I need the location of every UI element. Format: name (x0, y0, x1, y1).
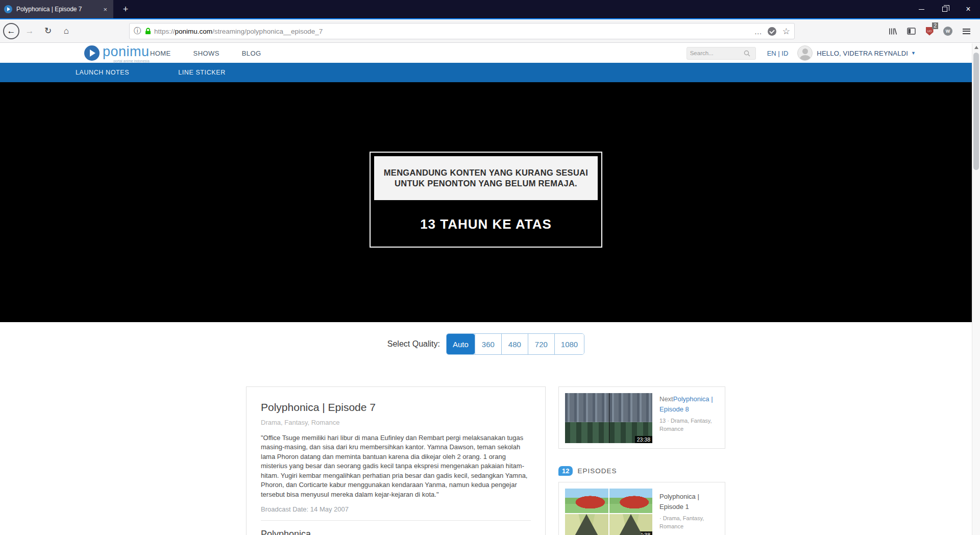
quality-1080-button[interactable]: 1080 (554, 334, 584, 354)
next-episode-meta: 13 · Drama, Fantasy, Romance (659, 417, 720, 433)
subnav-line-sticker[interactable]: LINE STICKER (178, 69, 226, 76)
secondary-nav: LAUNCH NOTES LINE STICKER (0, 63, 972, 82)
nav-buttons: ← → ↻ ⌂ (3, 23, 75, 39)
adblock-shield-icon[interactable]: UO 2 (922, 23, 937, 39)
extension-w-icon[interactable]: W (940, 23, 955, 39)
logo-play-icon (84, 45, 100, 61)
window-controls: × (910, 0, 980, 18)
urlbar-actions: … ☆ (754, 26, 790, 37)
menu-hamburger-icon[interactable] (959, 23, 974, 39)
next-episode-card[interactable]: 23:38 NextPolyphonica | Episode 8 13 · D… (558, 386, 725, 449)
quality-label: Select Quality: (387, 339, 440, 349)
episode-info-card: Polyphonica | Episode 7 Drama, Fantasy, … (246, 386, 546, 535)
video-player[interactable]: MENGANDUNG KONTEN YANG KURANG SESUAI UNT… (0, 82, 972, 322)
url-text[interactable]: https://ponimu.com/streaming/polyphonica… (154, 28, 754, 35)
broadcast-date: Broadcast Date: 14 May 2007 (261, 505, 531, 513)
screen: Polyphonica | Episode 7 × + × ← → ↻ ⌂ ⓘ … (0, 0, 980, 535)
browser-tab[interactable]: Polyphonica | Episode 7 × (0, 0, 113, 18)
episode-list-item[interactable]: 23:38 Polyphonica | Episode 1 · Drama, F… (565, 489, 719, 535)
quality-selector: Select Quality: Auto 360 480 720 1080 (0, 333, 972, 355)
quality-360-button[interactable]: 360 (475, 334, 501, 354)
series-title: Polyphonica (261, 529, 531, 535)
forward-button[interactable]: → (21, 23, 38, 39)
quality-button-group: Auto 360 480 720 1080 (446, 333, 584, 355)
url-scheme: https:// (154, 28, 175, 35)
episodes-header: 12 EPISODES (558, 466, 725, 476)
episode-genres: Drama, Fantasy, Romance (261, 419, 531, 426)
search-box[interactable] (687, 47, 756, 60)
new-tab-button[interactable]: + (117, 0, 134, 18)
episode-1-thumbnail[interactable]: 23:38 (565, 489, 652, 535)
age-rating-text: 13 TAHUN KE ATAS (374, 216, 598, 232)
divider (261, 520, 531, 521)
content-warning-box: MENGANDUNG KONTEN YANG KURANG SESUAI UNT… (370, 152, 602, 248)
minimize-button[interactable] (910, 0, 933, 18)
avatar[interactable] (797, 45, 813, 61)
pocket-icon[interactable] (768, 27, 776, 36)
nav-item-shows[interactable]: SHOWS (193, 50, 219, 57)
page-actions-icon[interactable]: … (754, 27, 763, 36)
logo-tagline: portal anime indonesia (103, 59, 150, 63)
search-icon (744, 50, 750, 57)
page-scrollbar[interactable] (972, 43, 980, 535)
restore-button[interactable] (933, 0, 957, 18)
sidebar: 23:38 NextPolyphonica | Episode 8 13 · D… (558, 386, 725, 535)
close-window-button[interactable]: × (957, 0, 980, 18)
restore-icon (942, 7, 947, 12)
scrollbar-up-arrow[interactable] (974, 46, 978, 49)
url-bar[interactable]: ⓘ https://ponimu.com/streaming/polyphoni… (129, 23, 795, 39)
search-input[interactable] (690, 50, 744, 56)
nav-item-home[interactable]: HOME (150, 50, 171, 57)
sidebar-toggle-icon[interactable] (903, 23, 919, 39)
subnav-launch-notes[interactable]: LAUNCH NOTES (76, 69, 129, 76)
shield-badge: 2 (932, 22, 938, 29)
page-info-icon[interactable]: ⓘ (134, 27, 141, 36)
tab-close-icon[interactable]: × (101, 6, 109, 13)
warning-line-1: MENGANDUNG KONTEN YANG KURANG SESUAI (384, 167, 588, 178)
tab-title: Polyphonica | Episode 7 (16, 6, 101, 13)
episodes-count-badge: 12 (558, 466, 573, 476)
home-button[interactable]: ⌂ (58, 23, 75, 39)
site-logo[interactable]: ponimu portal anime indonesia (84, 45, 150, 63)
episode-title: Polyphonica | Episode 7 (261, 401, 531, 414)
episode-synopsis: "Office Tsuge memiliki hari libur di man… (261, 433, 532, 499)
episode-1-meta: · Drama, Fantasy, Romance (659, 515, 719, 531)
site-header: ponimu portal anime indonesia HOME SHOWS… (0, 43, 972, 63)
reload-button[interactable]: ↻ (40, 23, 56, 39)
header-right: EN | ID HELLO, VIDETRA REYNALDI ▼ (687, 43, 972, 63)
episode-item-text: Polyphonica | Episode 1 · Drama, Fantasy… (659, 489, 719, 531)
browser-toolbar: ← → ↻ ⌂ ⓘ https://ponimu.com/streaming/p… (0, 19, 980, 43)
logo-text: ponimu (103, 45, 150, 59)
duration-badge: 23:38 (635, 436, 652, 443)
warning-line-2: UNTUK PENONTON YANG BELUM REMAJA. (395, 178, 577, 189)
next-episode-text: NextPolyphonica | Episode 8 13 · Drama, … (659, 393, 720, 433)
scrollbar-thumb[interactable] (973, 53, 979, 170)
url-path: /streaming/polyphonica__episode_7 (212, 28, 323, 35)
warning-panel: MENGANDUNG KONTEN YANG KURANG SESUAI UNT… (374, 156, 598, 200)
main-nav: HOME SHOWS BLOG (150, 43, 283, 63)
language-toggle[interactable]: EN | ID (767, 50, 789, 57)
site-favicon-icon (4, 5, 12, 13)
site-page: ponimu portal anime indonesia HOME SHOWS… (0, 43, 972, 535)
user-greeting[interactable]: HELLO, VIDETRA REYNALDI (817, 50, 908, 57)
quality-720-button[interactable]: 720 (528, 334, 554, 354)
episodes-label: EPISODES (577, 467, 617, 475)
next-episode-thumbnail[interactable]: 23:38 (565, 393, 652, 443)
episode-1-link[interactable]: Polyphonica | Episode 1 (659, 493, 699, 510)
back-button[interactable]: ← (3, 23, 19, 39)
quality-auto-button[interactable]: Auto (447, 334, 475, 354)
minimize-icon (919, 9, 924, 10)
padlock-icon (145, 28, 151, 35)
bookmark-star-icon[interactable]: ☆ (782, 26, 790, 37)
content-row: Polyphonica | Episode 7 Drama, Fantasy, … (0, 386, 972, 535)
url-domain: ponimu.com (175, 28, 213, 35)
nav-item-blog[interactable]: BLOG (242, 50, 261, 57)
library-icon[interactable] (885, 23, 900, 39)
episodes-list-card: 23:38 Polyphonica | Episode 1 · Drama, F… (558, 482, 725, 535)
browser-tab-bar: Polyphonica | Episode 7 × + × (0, 0, 980, 18)
toolbar-right-buttons: UO 2 W (882, 23, 974, 39)
quality-480-button[interactable]: 480 (501, 334, 528, 354)
chevron-down-icon[interactable]: ▼ (911, 51, 916, 56)
next-label: Next (659, 395, 673, 403)
